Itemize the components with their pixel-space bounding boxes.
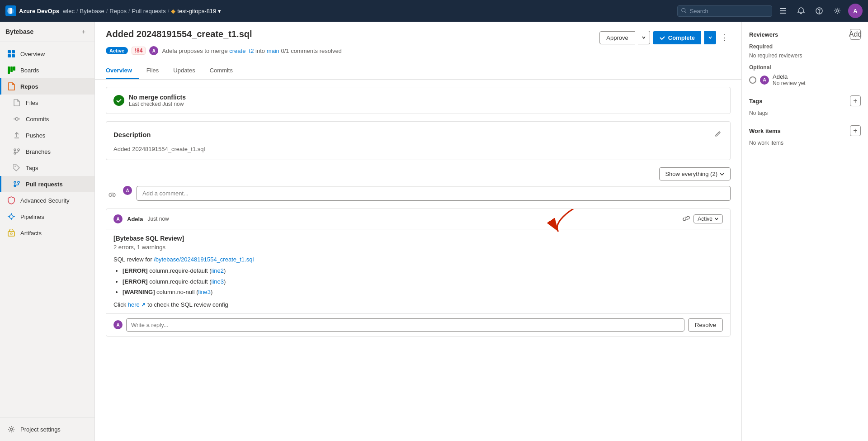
nav-help-icon[interactable] <box>812 4 826 18</box>
add-tag-button[interactable]: + <box>850 95 861 106</box>
branches-label: Branches <box>26 148 51 155</box>
breadcrumb-pr-name[interactable]: test-gitops-819 <box>177 8 216 14</box>
sidebar-item-repos[interactable]: Repos <box>0 78 94 95</box>
sidebar-item-pushes[interactable]: Pushes <box>0 127 94 143</box>
sidebar-item-project-settings[interactable]: Project settings <box>0 421 94 437</box>
sidebar-item-files[interactable]: Files <box>0 95 94 111</box>
sidebar-item-tags[interactable]: Tags <box>0 160 94 176</box>
thread-error-2-link[interactable]: line3 <box>212 278 224 285</box>
sidebar-item-branches[interactable]: Branches <box>0 143 94 160</box>
overview-label: Overview <box>20 51 45 57</box>
commits-label: Commits <box>26 116 49 123</box>
breadcrumb-project[interactable]: Bytebase <box>80 8 104 14</box>
pr-source-branch[interactable]: create_t2 <box>229 47 254 54</box>
pr-tabs: Overview Files Updates Commits <box>95 62 741 80</box>
sidebar-navigation: Overview Boards Repos Files <box>0 42 94 245</box>
breadcrumb-subsection[interactable]: Pull requests <box>132 8 166 14</box>
nav-list-icon[interactable] <box>776 4 790 18</box>
eye-icon[interactable] <box>106 189 118 201</box>
thread-body: [Bytebase SQL Review] 2 errors, 1 warnin… <box>106 229 730 313</box>
pr-target-branch[interactable]: main <box>267 47 279 54</box>
svg-point-32 <box>111 194 113 196</box>
complete-dropdown-button[interactable] <box>704 31 716 44</box>
commits-icon <box>12 114 21 123</box>
right-panel: Reviewers Add Required No required revie… <box>741 22 868 441</box>
svg-rect-2 <box>780 8 786 9</box>
svg-rect-13 <box>10 66 13 72</box>
resolve-button[interactable]: Resolve <box>688 318 723 332</box>
thread-warning-1: [WARNING] column.no-null (line3) <box>123 288 723 297</box>
sidebar-item-artifacts[interactable]: Artifacts <box>0 225 94 241</box>
required-reviewers-label: Required <box>749 43 861 50</box>
thread-time: Just now <box>147 216 169 222</box>
thread-config-link[interactable]: here <box>128 301 146 308</box>
sidebar-item-commits[interactable]: Commits <box>0 111 94 127</box>
pr-author-avatar: A <box>149 46 158 55</box>
thread-header-right: Active <box>683 214 723 223</box>
pr-id-badge: !84 <box>132 47 146 55</box>
pr-meta-text: Adela proposes to merge create_t2 into m… <box>162 47 341 54</box>
search-input[interactable] <box>690 8 768 14</box>
add-reviewer-button[interactable]: Add <box>850 29 861 40</box>
reviewer-status: No review yet <box>773 80 806 86</box>
thread-sql-review-link[interactable]: /bytebase/20248191554_create_t1.sql <box>154 256 254 263</box>
svg-point-31 <box>109 193 115 197</box>
tags-section: Tags + No tags <box>749 95 861 116</box>
description-edit-button[interactable] <box>713 129 723 140</box>
more-actions-button[interactable]: ⋮ <box>719 31 731 44</box>
project-settings-icon <box>7 425 16 434</box>
sidebar-item-overview[interactable]: Overview <box>0 46 94 62</box>
thread-sql-review-text: SQL review for /bytebase/20248191554_cre… <box>113 256 723 263</box>
svg-point-23 <box>14 166 15 166</box>
svg-rect-10 <box>8 54 11 57</box>
no-work-items: No work items <box>749 140 861 146</box>
sidebar-item-pull-requests[interactable]: Pull requests <box>0 176 94 192</box>
thread-status-badge[interactable]: Active <box>693 214 723 223</box>
sidebar-bottom: Project settings <box>0 417 94 441</box>
thread-reply-input[interactable] <box>126 318 684 332</box>
add-work-item-button[interactable]: + <box>850 125 861 136</box>
user-avatar[interactable]: A <box>848 4 863 18</box>
svg-rect-28 <box>8 232 14 236</box>
breadcrumb-org[interactable]: wlec <box>63 8 75 14</box>
thread-reply-avatar: A <box>113 320 123 329</box>
show-everything-button[interactable]: Show everything (2) <box>659 167 731 180</box>
thread-warning-1-link[interactable]: line3 <box>198 289 211 295</box>
pr-branch-icon: ◆ <box>171 8 175 14</box>
nav-settings-icon[interactable] <box>830 4 844 18</box>
merge-subtitle: Last checked Just now <box>129 101 186 107</box>
breadcrumb-section[interactable]: Repos <box>109 8 127 14</box>
comment-input[interactable] <box>137 186 731 201</box>
sidebar-item-pipelines[interactable]: Pipelines <box>0 209 94 225</box>
reviewer-avatar: A <box>760 76 769 85</box>
sidebar-item-boards[interactable]: Boards <box>0 62 94 78</box>
approve-dropdown-button[interactable] <box>638 31 650 44</box>
thread-config-text: Click here to check the SQL review confi… <box>113 301 723 308</box>
nav-bell-icon[interactable] <box>794 4 808 18</box>
reviewer-name: Adela <box>773 73 806 80</box>
thread-link-icon[interactable] <box>683 215 690 223</box>
tab-updates[interactable]: Updates <box>166 62 202 79</box>
reviewers-section: Reviewers Add Required No required revie… <box>749 29 861 86</box>
svg-rect-8 <box>8 50 11 53</box>
search-box[interactable] <box>677 5 772 17</box>
thread-error-1-link[interactable]: line2 <box>212 267 224 274</box>
app-logo[interactable]: Azure DevOps <box>5 5 59 16</box>
reviewer-radio[interactable] <box>749 76 756 84</box>
merge-status-card: No merge conflicts Last checked Just now <box>106 87 731 114</box>
tags-label: Tags <box>26 165 38 171</box>
thread-error-2: [ERROR] column.require-default (line3) <box>123 277 723 286</box>
breadcrumb-dropdown-icon[interactable]: ▾ <box>218 8 221 14</box>
tab-overview[interactable]: Overview <box>106 62 139 79</box>
tab-files[interactable]: Files <box>139 62 166 79</box>
no-tags: No tags <box>749 110 861 116</box>
merge-title: No merge conflicts <box>129 94 186 101</box>
advanced-security-label: Advanced Security <box>20 197 69 204</box>
project-add-button[interactable]: + <box>78 26 89 37</box>
approve-button[interactable]: Approve <box>599 31 635 44</box>
tab-commits[interactable]: Commits <box>203 62 240 79</box>
sidebar-item-advanced-security[interactable]: Advanced Security <box>0 192 94 209</box>
app-name: Azure DevOps <box>19 8 59 14</box>
branches-icon <box>12 147 21 156</box>
complete-button[interactable]: Complete <box>653 31 701 44</box>
